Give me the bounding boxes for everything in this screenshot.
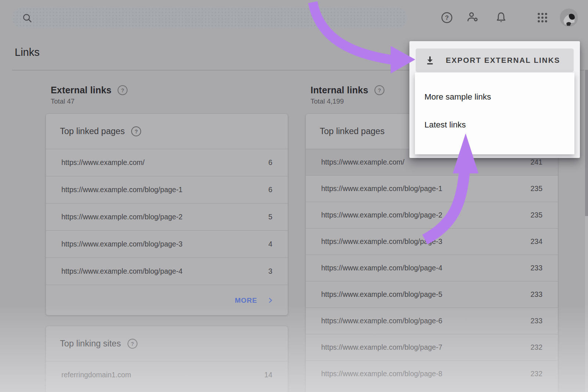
row-url: https://www.example.com/blog/page-2 [61, 213, 183, 221]
row-count: 6 [268, 158, 272, 167]
card-help-icon[interactable]: ? [131, 126, 141, 136]
download-icon [424, 55, 435, 66]
svg-text:?: ? [445, 14, 449, 21]
help-icon: ? [440, 11, 453, 24]
chevron-right-icon [267, 297, 274, 304]
row-url: https://www.example.com/blog/page-4 [61, 267, 183, 276]
table-row[interactable]: https://www.example.com/blog/page-3 4 [46, 230, 288, 258]
row-url: https://www.example.com/blog/page-3 [61, 240, 183, 248]
row-url: https://www.example.com/blog/page-8 [321, 370, 442, 378]
internal-links-heading: Internal links ? [311, 85, 384, 96]
page-title: Links [15, 46, 40, 58]
table-row[interactable]: https://www.example.com/blog/page-4 233 [306, 255, 558, 281]
row-url: https://www.example.com/blog/page-1 [61, 186, 183, 194]
row-count: 4 [268, 240, 272, 248]
avatar-photo-icon [560, 8, 578, 27]
row-url: referringdomain1.com [61, 371, 131, 379]
export-external-links-button[interactable]: EXPORT EXTERNAL LINKS [416, 48, 574, 72]
row-url: https://www.example.com/blog/page-3 [321, 237, 442, 246]
row-count: 3 [268, 267, 272, 276]
table-row[interactable]: https://www.example.com/blog/page-3 234 [306, 228, 558, 255]
table-row[interactable]: https://www.example.com/ 6 [46, 149, 288, 176]
help-button[interactable]: ? [439, 10, 455, 26]
row-count: 232 [530, 343, 542, 352]
card-header: Top linked pages ? [46, 114, 288, 149]
scrollbar-thumb[interactable] [585, 70, 588, 216]
row-count: 5 [268, 213, 272, 221]
export-button-label: EXPORT EXTERNAL LINKS [446, 56, 560, 65]
external-top-linked-pages-card: Top linked pages ? https://www.example.c… [46, 114, 288, 315]
apps-grid-button[interactable] [534, 10, 551, 26]
internal-links-help-icon[interactable]: ? [374, 85, 384, 95]
row-url: https://www.example.com/blog/page-4 [321, 264, 442, 272]
row-url: https://www.example.com/blog/page-2 [321, 211, 442, 219]
row-url: https://www.example.com/blog/page-6 [321, 317, 442, 325]
table-row[interactable]: https://www.example.com/blog/page-5 233 [306, 281, 558, 308]
top-linking-sites-card: Top linking sites ? referringdomain1.com… [46, 326, 288, 392]
row-count: 235 [530, 211, 542, 219]
row-count: 14 [264, 371, 272, 379]
table-row[interactable]: https://www.example.com/blog/page-1 235 [306, 175, 558, 202]
card-title: Top linked pages [60, 126, 125, 136]
apps-grid-icon [536, 11, 549, 24]
external-links-total: Total 47 [51, 97, 75, 105]
external-links-heading: External links ? [51, 85, 128, 96]
row-url: https://www.example.com/blog/page-7 [321, 343, 442, 352]
card-help-icon[interactable]: ? [128, 339, 137, 349]
bell-icon [494, 11, 508, 25]
user-settings-icon [466, 11, 480, 25]
internal-links-total: Total 4,199 [311, 97, 344, 105]
row-count: 232 [530, 370, 542, 378]
row-url: https://www.example.com/ [321, 158, 405, 166]
row-count: 233 [530, 317, 542, 325]
card-title: Top linked pages [320, 126, 384, 136]
row-count: 233 [530, 290, 542, 299]
avatar[interactable] [560, 8, 578, 27]
table-row[interactable]: https://www.example.com/blog/page-1 6 [46, 176, 288, 203]
row-count: 234 [530, 237, 542, 246]
more-row: MORE [46, 285, 288, 316]
search-icon [22, 12, 33, 24]
row-url: https://www.example.com/ [61, 158, 145, 167]
row-count: 235 [530, 184, 542, 193]
table-row[interactable]: https://www.example.com/blog/page-2 5 [46, 203, 288, 230]
table-row[interactable]: https://www.example.com/blog/page-6 233 [306, 308, 558, 334]
table-row[interactable]: https://www.example.com/blog/page-4 3 [46, 258, 288, 285]
table-row[interactable]: https://www.example.com/blog/page-8 232 [306, 360, 558, 387]
more-link[interactable]: MORE [235, 296, 257, 305]
export-popup: EXPORT EXTERNAL LINKS More sample links … [409, 41, 580, 158]
row-count: 6 [268, 186, 272, 194]
table-row[interactable]: https://www.example.com/blog/page-2 235 [306, 202, 558, 228]
notifications-button[interactable] [493, 10, 509, 26]
row-url: https://www.example.com/blog/page-5 [321, 290, 442, 299]
row-count: 233 [530, 264, 542, 272]
external-links-title: External links [51, 85, 111, 96]
card-header: Top linking sites ? [46, 326, 288, 361]
table-row[interactable]: https://www.example.com/blog/page-7 232 [306, 334, 558, 360]
external-links-help-icon[interactable]: ? [118, 85, 128, 95]
internal-links-title: Internal links [311, 85, 368, 96]
account-settings-button[interactable] [465, 10, 481, 26]
search-bar[interactable] [12, 7, 407, 29]
export-menu: More sample links Latest links [415, 73, 574, 154]
card-title: Top linking sites [60, 339, 121, 349]
row-url: https://www.example.com/blog/page-1 [321, 184, 442, 193]
menu-item-latest-links[interactable]: Latest links [415, 111, 574, 139]
menu-item-more-sample-links[interactable]: More sample links [415, 83, 574, 111]
row-count: 241 [530, 158, 542, 166]
table-row[interactable]: referringdomain1.com 14 [46, 361, 288, 388]
